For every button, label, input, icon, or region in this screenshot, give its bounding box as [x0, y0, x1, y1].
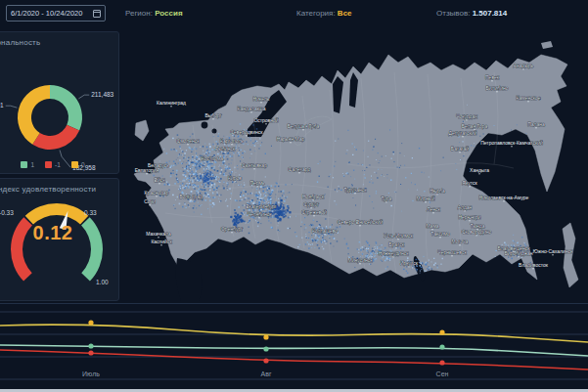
map-city-dot: [265, 123, 267, 125]
map-city-dot: [395, 247, 397, 249]
map-city-label: Усть-Илимск: [384, 233, 413, 239]
map-city-label: Чернышевск: [437, 249, 467, 255]
map-city-dot: [439, 237, 441, 239]
trend-point-red-line: [263, 358, 268, 363]
map-city-label: Челябинск: [248, 211, 272, 217]
map-city-label: Евпатория: [135, 167, 159, 173]
satisfaction-gauge-panel: Индекс удовлетворенности -0.33 0.33 -1.0…: [0, 178, 119, 301]
map-city-label: Рыбинск: [215, 146, 236, 152]
sentiment-panel-title: Тональность: [0, 32, 118, 47]
map-city-label: Сковородино: [462, 229, 492, 235]
map-city-dot: [491, 80, 493, 82]
date-range-value: 6/1/2020 - 10/24/2020: [11, 9, 89, 18]
map-city-dot: [462, 136, 464, 138]
map-city-dot: [190, 199, 192, 201]
map-city-dot: [258, 217, 260, 219]
map-city-dot: [354, 193, 356, 195]
sentiment-donut-chart[interactable]: 211,483182,958273,301: [0, 47, 120, 190]
map-city-label: Смоленск: [177, 138, 201, 144]
map-city-dot: [459, 152, 461, 153]
map-city-dot: [511, 146, 513, 148]
map-city-label: Алдан: [458, 204, 473, 210]
map-city-label: Билибино: [486, 85, 509, 91]
map-city-label: Кострома: [202, 155, 223, 161]
map-city-dot: [231, 232, 233, 234]
top-filter-bar: 6/1/2020 - 10/24/2020 Регион: Россия Кат…: [0, 0, 588, 27]
donut-callout-line: [6, 106, 18, 108]
sentiment-legend[interactable]: 1-10: [0, 161, 118, 168]
map-city-label: Сыктывкар: [242, 162, 267, 168]
map-city-label: Выборг: [204, 112, 221, 118]
map-city-dot: [146, 173, 148, 175]
calendar-icon: [93, 10, 101, 18]
donut-slice-1[interactable]: [50, 85, 82, 130]
map-city-dot: [503, 200, 505, 202]
russia-map[interactable]: КалининградВыборгНикельКандалакшаОстровн…: [122, 27, 588, 303]
x-axis-label-august: Авг: [261, 370, 272, 377]
map-city-label: Палана: [527, 121, 545, 127]
map-city-label: Ленск: [427, 206, 440, 212]
category-filter[interactable]: Категория: Все: [296, 9, 352, 18]
legend-swatch: [71, 161, 78, 168]
map-city-dot: [451, 255, 453, 257]
map-city-label: Белая Гора: [462, 123, 488, 129]
map-city-dot: [256, 186, 258, 188]
map-city-dot: [260, 102, 262, 104]
trend-point-green-line: [263, 346, 268, 351]
map-sakhalin: [563, 223, 578, 287]
donut-slice--1[interactable]: [32, 125, 79, 150]
map-city-label: Нижнеудинск: [379, 250, 410, 256]
map-city-dot: [149, 204, 151, 206]
map-city-label: Нарьян-Мар: [277, 136, 305, 142]
map-city-label: Депутатский: [449, 130, 477, 136]
region-filter[interactable]: Регион: Россия: [125, 9, 183, 18]
map-city-dot: [313, 215, 315, 217]
trend-point-yellow-line: [263, 334, 268, 339]
region-value: Россия: [155, 9, 182, 18]
gauge-tick-100: 1.00: [96, 279, 109, 285]
map-city-label: Могоча: [452, 239, 469, 244]
map-city-label: Северо-Енисейский: [338, 219, 383, 225]
map-city-dot: [535, 127, 537, 129]
map-city-label: Никель: [253, 96, 270, 102]
map-city-dot: [298, 172, 300, 174]
trend-point-yellow-line: [88, 320, 93, 325]
legend-item--1[interactable]: -1: [45, 161, 61, 168]
trend-point-yellow-line: [439, 329, 444, 334]
map-city-dot: [250, 111, 252, 113]
map-city-label: Южно-Сахалинск: [533, 248, 573, 254]
map-city-dot: [478, 173, 480, 175]
trend-line-chart[interactable]: Июль Авг Сен: [0, 303, 588, 392]
map-city-label: Николаевск-на-Амуре: [479, 195, 529, 200]
map-city-label: Нюрба: [430, 188, 445, 194]
map-city-label: Белушья Губа: [288, 123, 320, 129]
map-city-dot: [246, 135, 248, 137]
legend-item-0[interactable]: 0: [71, 161, 85, 168]
date-range-picker[interactable]: 6/1/2020 - 10/24/2020: [6, 5, 106, 22]
reviews-value: 1.507.814: [473, 9, 508, 18]
map-city-label: Хандыга: [470, 167, 489, 173]
map-city-dot: [469, 186, 471, 188]
trend-point-red-line: [88, 350, 93, 355]
map-city-dot: [397, 239, 399, 240]
map-city-label: Стрежевой: [301, 209, 327, 215]
map-city-dot: [436, 194, 438, 196]
map-city-label: Минусинск: [348, 257, 374, 263]
donut-value-label: 211,483: [91, 91, 113, 98]
legend-item-1[interactable]: 1: [21, 161, 34, 168]
map-city-label: Певек: [485, 74, 500, 80]
map-city-label: Каргополь: [220, 138, 244, 144]
map-city-dot: [359, 225, 361, 227]
map-city-label: Мирный: [417, 196, 435, 201]
map-city-dot: [224, 152, 226, 153]
map-city-label: Туруханск: [343, 187, 367, 193]
map-city-dot: [359, 263, 361, 265]
map-city-label: Калининград: [157, 100, 186, 106]
map-city-label: Сургут: [303, 201, 319, 207]
map-city-dot: [518, 256, 520, 258]
map-city-label: Махачкала: [146, 231, 171, 237]
map-city-label: Биробиджан: [504, 250, 532, 256]
gauge-tick-neg033: -0.33: [0, 209, 14, 216]
reviews-counter: Отзывов: 1.507.814: [436, 9, 507, 18]
map-city-label: Кандалакша: [238, 106, 266, 111]
